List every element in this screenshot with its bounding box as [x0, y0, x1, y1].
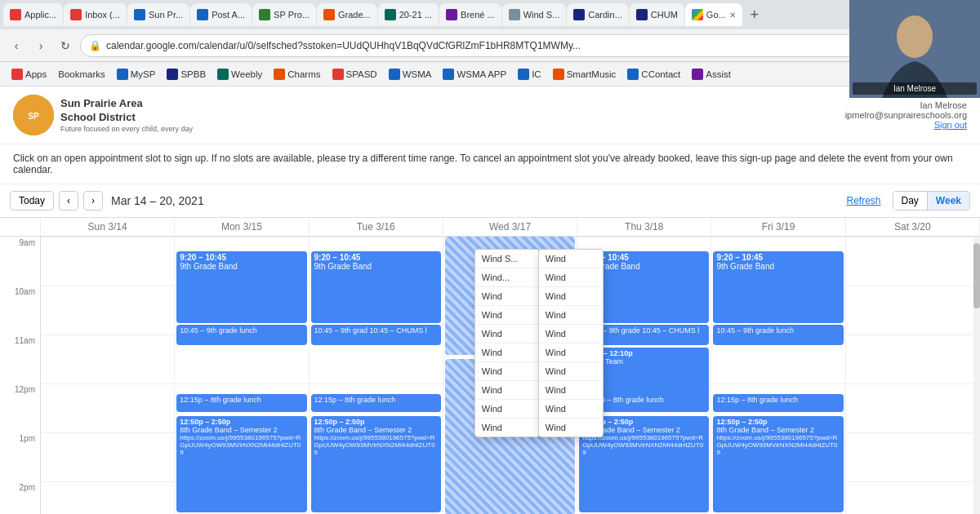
- tab-sunpr[interactable]: Sun Pr...: [127, 3, 189, 26]
- col-sat-events[interactable]: [846, 237, 980, 514]
- today-button[interactable]: Today: [10, 191, 54, 210]
- col-fri-events[interactable]: 9:20 – 10:45 9th Grade Band 10:45 – 9th …: [711, 237, 845, 514]
- col-mon-events[interactable]: 9:20 – 10:45 9th Grade Band 10:45 – 9th …: [175, 237, 309, 514]
- dropdown-item[interactable]: Wind: [539, 381, 603, 400]
- user-name: Ian Melrose: [845, 100, 967, 110]
- scrollbar-thumb[interactable]: [973, 243, 980, 308]
- charms-icon: [274, 69, 285, 80]
- dropdown-item[interactable]: Wind: [475, 287, 539, 306]
- refresh-link[interactable]: Refresh: [846, 195, 880, 206]
- scrollbar-track[interactable]: [973, 237, 980, 514]
- dropdown-item[interactable]: Wind...: [475, 268, 539, 287]
- tab-favicon: [323, 9, 335, 20]
- col-wed-events[interactable]: Win... Win... Win... Win... Win... Win..…: [443, 237, 577, 514]
- event-tue-lunch[interactable]: 10:45 – 9th grad 10:45 – CHUMS l: [311, 325, 441, 345]
- tab-inbox[interactable]: Inbox (...: [64, 3, 127, 26]
- event-mon-8th-lunch[interactable]: 12:15p – 8th grade lunch: [176, 394, 306, 412]
- tab-google-cal[interactable]: Go... ✕: [685, 3, 742, 26]
- dropdown-item[interactable]: Wind: [539, 400, 603, 419]
- dropdown-item[interactable]: Wind: [475, 419, 539, 436]
- time-header: [0, 218, 41, 236]
- day-view-button[interactable]: Day: [893, 192, 928, 210]
- dropdown-item[interactable]: Wind: [539, 325, 603, 343]
- col-sun-events[interactable]: [41, 237, 175, 514]
- next-week-button[interactable]: ›: [83, 191, 103, 210]
- tab-winds[interactable]: Wind S...: [502, 3, 567, 26]
- tab-post[interactable]: Post A...: [190, 3, 252, 26]
- dropdown-item[interactable]: Wind: [475, 343, 539, 362]
- event-link: https://zoom.us/j/9955380196575?pwd=RGpU…: [314, 434, 438, 456]
- col-sat: Sat 3/20: [846, 218, 980, 236]
- tab-grade[interactable]: Grade...: [317, 3, 377, 26]
- event-mon-band[interactable]: 9:20 – 10:45 9th Grade Band: [176, 251, 306, 323]
- bookmark-apps[interactable]: Apps: [7, 67, 51, 82]
- bookmark-spasd[interactable]: SPASD: [327, 67, 382, 82]
- dropdown-item[interactable]: Wind S...: [475, 250, 539, 268]
- view-selector: Day Week: [893, 191, 970, 210]
- new-tab-button[interactable]: +: [743, 3, 766, 26]
- bookmark-wsmaapp[interactable]: WSMA APP: [438, 67, 511, 82]
- wsma-icon: [389, 69, 400, 80]
- tab-applications[interactable]: Applic...: [3, 3, 63, 26]
- tab-label: Brené ...: [461, 10, 495, 20]
- event-fri-lunch[interactable]: 10:45 – 9th grade lunch: [713, 325, 843, 345]
- tab-2021[interactable]: 20-21 ...: [378, 3, 439, 26]
- time-gutter: 9am 10am 11am 12pm 1pm 2pm: [0, 237, 41, 514]
- bookmark-label: Weebly: [231, 69, 262, 79]
- dropdown-item[interactable]: Wind: [539, 343, 603, 362]
- event-tue-band[interactable]: 9:20 – 10:45 9th Grade Band: [311, 251, 441, 323]
- dropdown-menu-1[interactable]: Wind S... Wind... Wind Wind Wind Wind Wi…: [474, 249, 540, 437]
- dropdown-item[interactable]: Wind: [539, 419, 603, 436]
- dropdown-item[interactable]: Wind: [475, 400, 539, 419]
- bookmark-ic[interactable]: IC: [513, 67, 546, 82]
- dropdown-item[interactable]: Wind: [475, 381, 539, 400]
- tab-chum[interactable]: CHUM: [630, 3, 684, 26]
- bookmark-spbb[interactable]: SPBB: [162, 67, 211, 82]
- bookmark-wsma[interactable]: WSMA: [384, 67, 437, 82]
- dropdown-item[interactable]: Wind: [475, 325, 539, 343]
- calendar-grid: Sun 3/14 Mon 3/15 Tue 3/16 Wed 3/17 Thu …: [0, 218, 980, 514]
- instructions-text: Click on an open appointment slot to sig…: [0, 144, 980, 184]
- bookmark-smartmusic[interactable]: SmartMusic: [548, 67, 621, 82]
- event-fri-8th-lunch[interactable]: 12:15p – 8th grade lunch: [713, 394, 843, 412]
- bookmark-bookmarks[interactable]: Bookmarks: [53, 68, 110, 81]
- back-button[interactable]: ‹: [7, 36, 26, 55]
- event-tue-8th-lunch[interactable]: 12:15p – 8th grade lunch: [311, 394, 441, 412]
- event-desc: 8th Grade Band – Semester 2: [180, 426, 303, 434]
- dropdown-item[interactable]: Wind: [539, 287, 603, 306]
- event-tue-8th-band[interactable]: 12:50p – 2:50p 8th Grade Band – Semester…: [311, 416, 441, 512]
- event-mon-lunch[interactable]: 10:45 – 9th grade lunch: [176, 325, 306, 345]
- bookmarks-bar: Apps Bookmarks MySP SPBB Weebly Charms S…: [0, 62, 980, 86]
- col-thu: Thu 3/18: [577, 218, 711, 236]
- dropdown-item[interactable]: Wind: [475, 362, 539, 381]
- dropdown-item[interactable]: Wind: [539, 250, 603, 268]
- forward-button[interactable]: ›: [31, 36, 51, 55]
- dropdown-item[interactable]: Wind: [539, 268, 603, 287]
- event-title: 10:45 – 9th grad 10:45 – CHUMS l: [314, 326, 438, 335]
- event-mon-8th-band[interactable]: 12:50p – 2:50p 8th Grade Band – Semester…: [176, 416, 306, 512]
- event-fri-8th-band[interactable]: 12:50p – 2:50p 8th Grade Band – Semester…: [713, 416, 843, 512]
- bookmark-mysp[interactable]: MySP: [112, 67, 161, 82]
- address-bar[interactable]: 🔒 calendar.google.com/calendar/u/0/selfs…: [80, 34, 903, 57]
- sign-out-link[interactable]: Sign out: [934, 120, 967, 130]
- dropdown-item[interactable]: Wind: [475, 306, 539, 325]
- col-tue: Tue 3/16: [310, 218, 443, 236]
- bookmark-assist[interactable]: Assist: [687, 67, 736, 82]
- prev-week-button[interactable]: ‹: [59, 191, 78, 210]
- bookmark-charms[interactable]: Charms: [269, 67, 325, 82]
- tab-sppro[interactable]: SP Pro...: [252, 3, 316, 26]
- bookmark-weebly[interactable]: Weebly: [212, 67, 267, 82]
- nav-bar: ‹ › ↻ 🔒 calendar.google.com/calendar/u/0…: [0, 29, 980, 62]
- tab-cardin[interactable]: Cardin...: [567, 3, 629, 26]
- col-tue-events[interactable]: 9:20 – 10:45 9th Grade Band 10:45 – 9th …: [310, 237, 443, 514]
- dropdown-item[interactable]: Wind: [539, 306, 603, 325]
- bookmark-ccontact[interactable]: CContact: [622, 67, 685, 82]
- week-view-button[interactable]: Week: [928, 192, 969, 210]
- tab-close-icon[interactable]: ✕: [729, 11, 736, 20]
- tab-brene[interactable]: Brené ...: [439, 3, 501, 26]
- dropdown-item[interactable]: Wind: [539, 362, 603, 381]
- reload-button[interactable]: ↻: [56, 36, 75, 55]
- dropdown-menu-2[interactable]: Wind Wind Wind Wind Wind Wind Wind Wind …: [538, 249, 604, 437]
- event-fri-band[interactable]: 9:20 – 10:45 9th Grade Band: [713, 251, 843, 323]
- time-11am: 11am: [0, 335, 41, 383]
